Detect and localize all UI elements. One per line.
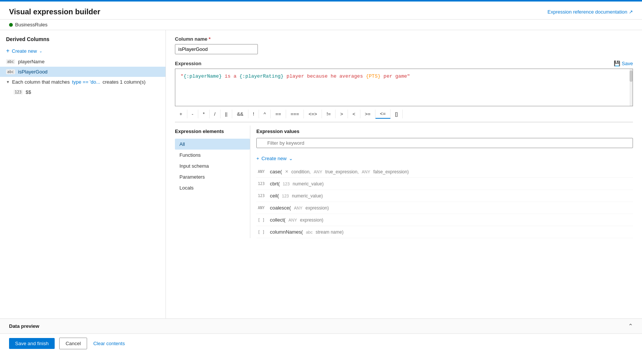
op-neq[interactable]: != <box>322 110 336 118</box>
cancel-button[interactable]: Cancel <box>59 338 87 349</box>
code-player-text: player because he averages <box>283 73 366 79</box>
create-new-button[interactable]: + Create new ⌄ <box>0 45 165 57</box>
column-item-isPlayerGood[interactable]: abc isPlayerGood <box>0 67 165 77</box>
code-is-a: is a <box>222 73 239 79</box>
op-divide[interactable]: / <box>210 110 221 118</box>
op-lte[interactable]: <= <box>375 109 391 119</box>
column-item-playerName[interactable]: abc playerName <box>0 57 165 67</box>
chevron-up-icon: ⌃ <box>628 323 633 330</box>
save-finish-button[interactable]: Save and finish <box>9 338 55 349</box>
op-gt[interactable]: > <box>336 110 348 118</box>
required-marker: * <box>209 36 211 42</box>
code-per-game: per game" <box>381 73 410 79</box>
code-playerRating: {:playerRating} <box>239 73 283 79</box>
create-new-expr-button[interactable]: + Create new ⌄ <box>256 156 633 161</box>
data-preview-title: Data preview <box>9 323 39 329</box>
status-dot <box>9 23 13 27</box>
expression-section-header: Expression 💾 Save <box>175 60 633 66</box>
elem-input-schema[interactable]: Input schema <box>175 161 250 171</box>
func-type-arr: [ ] <box>258 218 267 222</box>
type-badge-abc: abc <box>6 69 15 74</box>
clear-contents-button[interactable]: Clear contents <box>92 338 126 349</box>
elem-all[interactable]: All <box>175 139 250 150</box>
save-icon: 💾 <box>614 60 620 66</box>
expression-values: Expression values 🔍 + Create new ⌄ ANY c… <box>250 125 633 238</box>
op-plus[interactable]: + <box>175 110 187 118</box>
code-playerName: {:playerName} <box>184 73 222 79</box>
save-label: Save <box>622 61 633 66</box>
type-link[interactable]: type == 'do... <box>72 79 100 85</box>
footer: Save and finish Cancel Clear contents <box>0 333 642 353</box>
scrollbar-thumb <box>630 70 633 82</box>
op-spaceship[interactable]: <=> <box>304 110 322 118</box>
each-col-prefix: Each column that matches <box>12 79 70 85</box>
expression-label: Expression <box>175 61 201 66</box>
op-lt[interactable]: < <box>348 110 360 118</box>
op-strict-eq[interactable]: === <box>286 110 304 118</box>
bottom-section: Expression elements All Functions Input … <box>175 125 633 238</box>
func-cbrt[interactable]: 123 cbrt( 123 numeric_value) <box>256 178 633 190</box>
doc-link[interactable]: Expression reference documentation ↗ <box>547 9 633 15</box>
chevron-down-icon: ⌄ <box>39 49 42 53</box>
each-col-suffix: creates 1 column(s) <box>103 79 146 85</box>
column-name-input[interactable] <box>175 44 258 54</box>
func-coalesce[interactable]: ANY coalesce( ANY expression) <box>256 202 633 214</box>
elem-parameters[interactable]: Parameters <box>175 171 250 182</box>
expression-elements-title: Expression elements <box>175 125 250 139</box>
func-type-arr-2: [ ] <box>258 230 267 234</box>
external-link-icon: ↗ <box>629 9 633 15</box>
section-title: Derived Columns <box>0 36 165 45</box>
app-name: BusinessRules <box>15 22 47 28</box>
plus-icon-expr: + <box>256 156 259 161</box>
func-case[interactable]: ANY case( ✕ condition, ANY true_expressi… <box>256 166 633 178</box>
func-columnNames[interactable]: [ ] columnNames( abc stream name) <box>256 226 633 238</box>
plus-icon: + <box>6 47 9 54</box>
data-preview-bar[interactable]: Data preview ⌃ <box>0 318 642 333</box>
expression-elements: Expression elements All Functions Input … <box>175 125 250 238</box>
main-content: Derived Columns + Create new ⌄ abc playe… <box>0 30 642 318</box>
type-badge-abc: abc <box>6 59 15 64</box>
func-collect[interactable]: [ ] collect( ANY expression) <box>256 214 633 226</box>
column-name-section: Column name * <box>175 36 633 54</box>
filter-input[interactable] <box>256 138 633 148</box>
op-minus[interactable]: - <box>187 110 198 118</box>
op-and[interactable]: && <box>232 110 248 118</box>
op-not[interactable]: ! <box>248 110 259 118</box>
code-line: "{:playerName} is a {:playerRating} play… <box>181 73 627 81</box>
operators-row: + - * / || && ! ^ == === <=> != > < >= <… <box>175 106 633 122</box>
elem-locals[interactable]: Locals <box>175 182 250 193</box>
doc-link-text: Expression reference documentation <box>547 9 627 15</box>
sub-col-label: $$ <box>26 89 31 95</box>
func-type-any-2: ANY <box>258 206 267 210</box>
expression-values-title: Expression values <box>256 125 633 138</box>
elem-functions[interactable]: Functions <box>175 150 250 161</box>
code-string-start: " <box>181 73 184 79</box>
op-gte[interactable]: >= <box>360 110 375 118</box>
filter-wrapper: 🔍 <box>256 138 633 152</box>
header: Visual expression builder Expression ref… <box>0 2 642 20</box>
code-editor[interactable]: "{:playerName} is a {:playerRating} play… <box>175 69 633 106</box>
func-ceil[interactable]: 123 ceil( 123 numeric_value) <box>256 190 633 202</box>
chevron-down-icon-expr: ⌄ <box>289 156 293 161</box>
page-title: Visual expression builder <box>9 8 100 16</box>
op-caret[interactable]: ^ <box>259 110 271 118</box>
type-badge-num: 123 <box>14 90 23 95</box>
create-new-label: Create new <box>12 48 37 54</box>
func-type-123: 123 <box>258 182 267 186</box>
right-panel: Column name * Expression 💾 Save "{:playe… <box>166 30 642 318</box>
column-label: playerName <box>18 59 44 64</box>
op-or[interactable]: || <box>221 110 233 118</box>
func-type-123-2: 123 <box>258 194 267 198</box>
sub-column-item[interactable]: 123 $$ <box>0 87 165 97</box>
function-list: ANY case( ✕ condition, ANY true_expressi… <box>256 166 633 238</box>
save-button[interactable]: 💾 Save <box>614 60 633 66</box>
op-multiply[interactable]: * <box>198 110 210 118</box>
code-pts: {PTS} <box>366 73 381 79</box>
scrollbar <box>630 69 633 106</box>
left-panel: Derived Columns + Create new ⌄ abc playe… <box>0 30 166 318</box>
create-new-expr-label: Create new <box>262 156 287 161</box>
op-eq[interactable]: == <box>271 110 286 118</box>
op-brackets[interactable]: [] <box>391 110 403 118</box>
subheader: BusinessRules <box>0 20 642 30</box>
expand-icon[interactable]: ▼ <box>6 80 10 84</box>
